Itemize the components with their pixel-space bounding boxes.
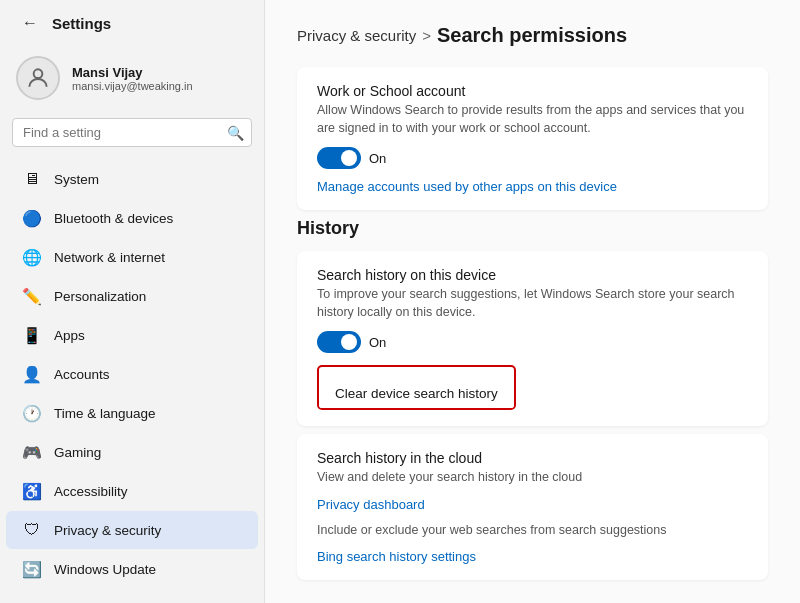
breadcrumb-separator: > bbox=[422, 27, 431, 44]
clear-device-search-history-button[interactable]: Clear device search history bbox=[319, 379, 514, 408]
sidebar-item-label: Network & internet bbox=[54, 250, 165, 265]
cloud-title: Search history in the cloud bbox=[317, 450, 748, 466]
work-school-toggle-row: On bbox=[317, 147, 748, 169]
personalization-icon: ✏️ bbox=[22, 286, 42, 306]
clear-btn-wrapper: Clear device search history bbox=[317, 365, 516, 410]
include-exclude-label: Include or exclude your web searches fro… bbox=[317, 522, 748, 540]
history-toggle[interactable] bbox=[317, 331, 361, 353]
sidebar-item-system[interactable]: 🖥 System bbox=[6, 160, 258, 198]
breadcrumb-current: Search permissions bbox=[437, 24, 627, 47]
history-block: Search history on this device To improve… bbox=[297, 251, 768, 426]
sidebar: ← Settings Mansi Vijay mansi.vijay@tweak… bbox=[0, 0, 265, 603]
sidebar-item-label: Windows Update bbox=[54, 562, 156, 577]
breadcrumb: Privacy & security > Search permissions bbox=[297, 24, 768, 47]
accounts-icon: 👤 bbox=[22, 364, 42, 384]
svg-point-0 bbox=[34, 69, 43, 78]
sidebar-item-label: Time & language bbox=[54, 406, 156, 421]
work-school-title: Work or School account bbox=[317, 83, 748, 99]
user-profile[interactable]: Mansi Vijay mansi.vijay@tweaking.in bbox=[0, 46, 264, 110]
work-school-toggle-label: On bbox=[369, 151, 386, 166]
sidebar-item-update[interactable]: 🔄 Windows Update bbox=[6, 550, 258, 588]
user-email: mansi.vijay@tweaking.in bbox=[72, 80, 193, 92]
sidebar-item-label: Accessibility bbox=[54, 484, 128, 499]
sidebar-item-time[interactable]: 🕐 Time & language bbox=[6, 394, 258, 432]
user-name: Mansi Vijay bbox=[72, 65, 193, 80]
main-content: Privacy & security > Search permissions … bbox=[265, 0, 800, 603]
sidebar-item-label: Personalization bbox=[54, 289, 146, 304]
sidebar-item-accessibility[interactable]: ♿ Accessibility bbox=[6, 472, 258, 510]
sidebar-item-privacy[interactable]: 🛡 Privacy & security bbox=[6, 511, 258, 549]
toggle-slider bbox=[317, 147, 361, 169]
history-toggle-label: On bbox=[369, 335, 386, 350]
sidebar-title: Settings bbox=[52, 15, 111, 32]
cloud-block: Search history in the cloud View and del… bbox=[297, 434, 768, 580]
gaming-icon: 🎮 bbox=[22, 442, 42, 462]
sidebar-header: ← Settings bbox=[0, 0, 264, 46]
sidebar-item-accounts[interactable]: 👤 Accounts bbox=[6, 355, 258, 393]
time-icon: 🕐 bbox=[22, 403, 42, 423]
work-school-desc: Allow Windows Search to provide results … bbox=[317, 102, 748, 137]
sidebar-item-label: Gaming bbox=[54, 445, 101, 460]
work-school-toggle[interactable] bbox=[317, 147, 361, 169]
user-icon bbox=[25, 65, 51, 91]
back-button[interactable]: ← bbox=[16, 12, 44, 34]
accessibility-icon: ♿ bbox=[22, 481, 42, 501]
search-box: 🔍 bbox=[12, 118, 252, 147]
network-icon: 🌐 bbox=[22, 247, 42, 267]
system-icon: 🖥 bbox=[22, 169, 42, 189]
apps-icon: 📱 bbox=[22, 325, 42, 345]
manage-accounts-link[interactable]: Manage accounts used by other apps on th… bbox=[317, 179, 617, 194]
sidebar-item-personalization[interactable]: ✏️ Personalization bbox=[6, 277, 258, 315]
sidebar-item-apps[interactable]: 📱 Apps bbox=[6, 316, 258, 354]
search-icon[interactable]: 🔍 bbox=[227, 125, 244, 141]
sidebar-item-label: Apps bbox=[54, 328, 85, 343]
work-school-block: Work or School account Allow Windows Sea… bbox=[297, 67, 768, 210]
history-title: Search history on this device bbox=[317, 267, 748, 283]
sidebar-item-label: Accounts bbox=[54, 367, 110, 382]
privacy-icon: 🛡 bbox=[22, 520, 42, 540]
view-delete-label: View and delete your search history in t… bbox=[317, 469, 748, 487]
user-info: Mansi Vijay mansi.vijay@tweaking.in bbox=[72, 65, 193, 92]
toggle-slider-history bbox=[317, 331, 361, 353]
history-desc: To improve your search suggestions, let … bbox=[317, 286, 748, 321]
sidebar-item-label: Privacy & security bbox=[54, 523, 161, 538]
avatar bbox=[16, 56, 60, 100]
history-heading: History bbox=[297, 218, 768, 239]
update-icon: 🔄 bbox=[22, 559, 42, 579]
bluetooth-icon: 🔵 bbox=[22, 208, 42, 228]
sidebar-item-label: Bluetooth & devices bbox=[54, 211, 173, 226]
history-toggle-row: On bbox=[317, 331, 748, 353]
nav-list: 🖥 System 🔵 Bluetooth & devices 🌐 Network… bbox=[0, 155, 264, 603]
sidebar-item-label: System bbox=[54, 172, 99, 187]
search-input[interactable] bbox=[12, 118, 252, 147]
breadcrumb-parent: Privacy & security bbox=[297, 27, 416, 44]
bing-history-link[interactable]: Bing search history settings bbox=[317, 549, 476, 564]
sidebar-item-bluetooth[interactable]: 🔵 Bluetooth & devices bbox=[6, 199, 258, 237]
sidebar-item-network[interactable]: 🌐 Network & internet bbox=[6, 238, 258, 276]
sidebar-item-gaming[interactable]: 🎮 Gaming bbox=[6, 433, 258, 471]
privacy-dashboard-link[interactable]: Privacy dashboard bbox=[317, 497, 425, 512]
